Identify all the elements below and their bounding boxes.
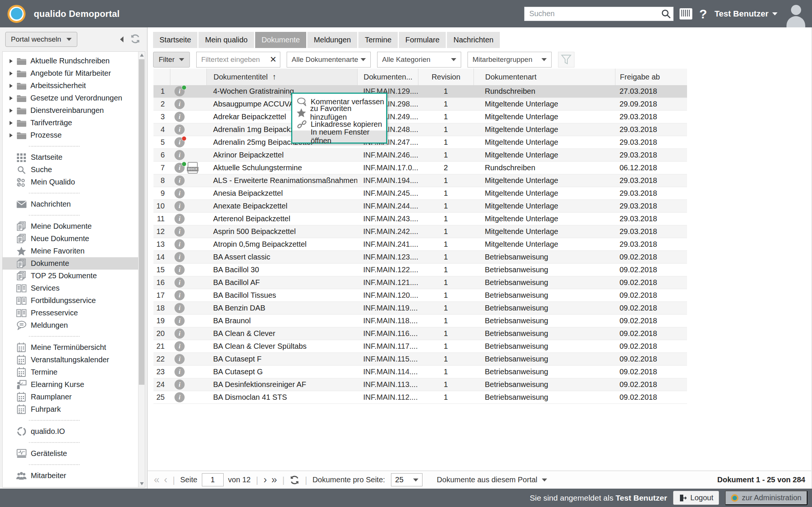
folder-tree-item[interactable]: Arbeitssicherheit [3, 80, 138, 92]
table-row[interactable]: 15 i DOCX BA Bacillol 30 INF.MAIN.122...… [153, 264, 687, 276]
filter-button[interactable]: Filter [153, 52, 190, 68]
table-row[interactable]: 11 i DOCX Arterenol Beipackzettel INF.MA… [153, 213, 687, 225]
folder-tree-item[interactable]: Angebote für Mitarbeiter [3, 67, 138, 80]
table-row[interactable]: 13 i DOCX Atropin 0,5mg Beipackzettel IN… [153, 238, 687, 251]
table-row[interactable]: 21 i DOCX BA Clean & Clever Spültabs INF… [153, 340, 687, 353]
info-icon[interactable]: i [174, 380, 185, 390]
last-page-icon[interactable]: » [271, 475, 277, 485]
document-title[interactable]: Akrinor Beipackzettel [206, 151, 357, 159]
refresh-icon[interactable] [130, 34, 140, 45]
info-icon[interactable]: i [174, 124, 185, 135]
sidebar-item-top-25-dokumente[interactable]: TOP 25 Dokumente [3, 270, 138, 282]
sidebar-item-qualido-io[interactable]: qualido.IO [3, 425, 138, 438]
sidebar-item-services[interactable]: Services [3, 282, 138, 294]
document-title[interactable]: Atropin 0,5mg Beipackzettel [206, 240, 357, 249]
search-input[interactable] [524, 7, 674, 21]
expand-caret-icon[interactable] [9, 133, 13, 138]
first-page-icon[interactable]: « [154, 475, 159, 485]
document-title[interactable]: Arterenol Beipackzettel [206, 214, 357, 223]
tab-nachrichten[interactable]: Nachrichten [447, 32, 500, 48]
document-title[interactable]: ALS - Erweiterte Reanimationsmaßnahmen [206, 176, 357, 185]
table-row[interactable]: 23 i DOCX BA Cutasept G INF.MAIN.114....… [153, 366, 687, 378]
info-icon[interactable]: i [174, 316, 185, 326]
tab-formulare[interactable]: Formulare [399, 32, 446, 48]
sidebar-item-veranstaltungskalender[interactable]: Veranstaltungskalender [3, 354, 138, 366]
document-title[interactable]: BA Desinfektionsreiniger AF [206, 380, 357, 389]
sidebar-item-startseite[interactable]: Startseite [3, 151, 138, 164]
info-icon[interactable]: i [174, 176, 185, 186]
info-icon[interactable]: i [174, 290, 185, 300]
apply-filter-button[interactable] [558, 52, 574, 68]
table-row[interactable]: 2 i DOCX Absaugpumpe ACCUVAC INF.MAIN.29… [153, 98, 687, 111]
page-number-input[interactable] [202, 473, 224, 486]
info-icon[interactable]: i [174, 252, 185, 262]
tab-startseite[interactable]: Startseite [153, 32, 197, 48]
column-header-type[interactable]: Dokumentenart [474, 69, 615, 85]
search-icon[interactable] [661, 9, 671, 21]
document-title[interactable]: BA Clean & Clever Spültabs [206, 342, 357, 351]
table-row[interactable]: 12 i DOCX Asprin 500 Beipackzettel INF.M… [153, 225, 687, 238]
table-row[interactable]: 3 i DOCX Adrekar Beipackzettel INF.MAIN.… [153, 111, 687, 123]
document-title[interactable]: BA Cutasept F [206, 355, 357, 363]
reload-list-icon[interactable] [290, 476, 299, 484]
docx-file-icon[interactable]: DOCX [188, 162, 198, 174]
info-icon[interactable]: i [174, 341, 185, 351]
folder-tree-item[interactable]: Tarifverträge [3, 117, 138, 129]
expand-caret-icon[interactable] [9, 96, 13, 100]
sidebar-item-nachrichten[interactable]: Nachrichten [3, 198, 138, 210]
sidebar-item-ger-teliste[interactable]: Geräteliste [3, 447, 138, 460]
tab-meldungen[interactable]: Meldungen [307, 32, 357, 48]
column-header-title[interactable]: Dokumententitel ↑ [206, 69, 357, 85]
document-title[interactable]: Anesia Beipackzettel [206, 189, 357, 198]
folder-tree-item[interactable]: Gesetze und Verordnungen [3, 92, 138, 104]
expand-caret-icon[interactable] [9, 108, 13, 113]
document-title[interactable]: Aktuelle Schulungstermine [206, 164, 357, 172]
document-title[interactable]: BA Clean & Clever [206, 329, 357, 338]
document-title[interactable]: BA Braunol [206, 316, 357, 325]
sidebar-item-raumplaner[interactable]: Raumplaner [3, 391, 138, 403]
info-icon[interactable]: i [174, 303, 185, 313]
sidebar-item-dokumente[interactable]: Dokumente [3, 257, 138, 270]
column-header-number[interactable]: Dokumenten... [357, 69, 418, 85]
document-title[interactable]: BA Dismoclan 41 STS [206, 393, 357, 402]
per-page-dropdown[interactable]: 25 [391, 473, 423, 486]
previous-page-icon[interactable]: ‹ [164, 475, 167, 485]
info-icon[interactable]: i [174, 163, 185, 173]
document-type-dropdown[interactable]: Alle Dokumentenarte [287, 52, 371, 68]
info-icon[interactable]: i [174, 226, 185, 237]
info-icon[interactable]: i [174, 328, 185, 339]
sidebar-item-meine-dokumente[interactable]: Meine Dokumente [3, 220, 138, 232]
folder-tree-item[interactable]: Prozesse [3, 129, 138, 141]
collapse-sidebar-icon[interactable] [120, 36, 123, 42]
document-title[interactable]: BA Assert classic [206, 253, 357, 261]
document-title[interactable]: Anexate Beipackzettel [206, 202, 357, 210]
table-row[interactable]: 24 i DOCX BA Desinfektionsreiniger AF IN… [153, 378, 687, 391]
admin-button[interactable]: zur Administration [725, 490, 807, 505]
document-title[interactable]: Asprin 500 Beipackzettel [206, 227, 357, 236]
table-row[interactable]: 17 i DOCX BA Bacillol Tissues INF.MAIN.1… [153, 289, 687, 302]
portal-switch-button[interactable]: Portal wechseln [5, 32, 77, 47]
barcode-scanner-icon[interactable] [680, 8, 692, 20]
scrollbar-thumb[interactable] [139, 59, 144, 385]
sidebar-item-meldungen[interactable]: Meldungen [3, 319, 138, 332]
table-row[interactable]: 22 i DOCX BA Cutasept F INF.MAIN.115....… [153, 353, 687, 366]
clear-filter-icon[interactable]: ✕ [270, 55, 277, 64]
sidebar-item-neue-dokumente[interactable]: Neue Dokumente [3, 232, 138, 245]
sidebar-item-mein-qualido[interactable]: Mein Qualido [3, 176, 138, 188]
tab-mein-qualido[interactable]: Mein qualido [198, 32, 254, 48]
scope-dropdown[interactable]: Dokumente aus diesem Portal [437, 476, 547, 484]
table-row[interactable]: 25 i DOCX BA Dismoclan 41 STS INF.MAIN.1… [153, 391, 687, 404]
table-row[interactable]: 5 i DOCX Adrenalin 25mg Beipackzettel IN… [153, 136, 687, 149]
tab-dokumente[interactable]: Dokumente [255, 32, 306, 48]
sort-ascending-icon[interactable]: ↑ [272, 72, 277, 81]
expand-caret-icon[interactable] [9, 59, 13, 63]
scroll-down-icon[interactable] [140, 482, 144, 485]
document-title[interactable]: BA Bacillol 30 [206, 266, 357, 274]
info-icon[interactable]: i [174, 137, 185, 147]
column-header-revision[interactable]: Revision [418, 69, 474, 85]
info-icon[interactable]: i [174, 201, 185, 211]
info-icon[interactable]: i [174, 112, 185, 122]
table-row[interactable]: 10 i DOCX Anexate Beipackzettel INF.MAIN… [153, 200, 687, 213]
table-row[interactable]: 18 i DOCX BA Benzin DAB INF.MAIN.119....… [153, 302, 687, 315]
sidebar-scrollbar[interactable] [138, 52, 145, 487]
